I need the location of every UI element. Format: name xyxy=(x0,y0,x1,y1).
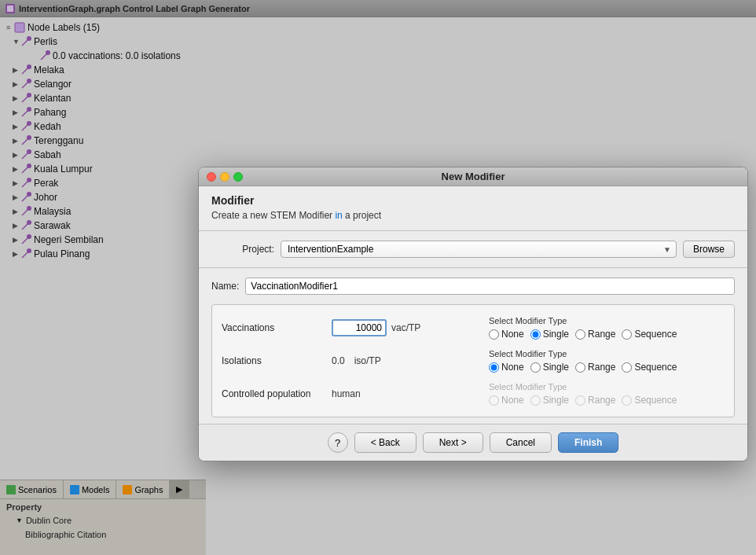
project-row: Project: InterventionExample ▼ Browse xyxy=(199,237,747,261)
isolations-modifier-type: Select Modifier Type None Single Range xyxy=(489,349,725,373)
chevron-down-icon: ▼ xyxy=(663,245,671,254)
cp-sequence-option: Sequence xyxy=(622,395,677,406)
vaccinations-row: Vaccinations vac/TP Select Modifier Type… xyxy=(212,311,734,344)
controlled-population-label: Controlled population xyxy=(222,388,332,399)
cp-none-radio xyxy=(489,395,499,406)
modal-footer: ? < Back Next > Cancel Finish xyxy=(199,424,747,461)
vacc-sequence-option[interactable]: Sequence xyxy=(622,329,677,340)
controlled-population-value-area: human xyxy=(332,388,473,399)
vacc-none-option[interactable]: None xyxy=(489,329,524,340)
modal-traffic-lights xyxy=(207,172,243,182)
vacc-range-radio[interactable] xyxy=(575,329,585,340)
close-button[interactable] xyxy=(207,172,216,182)
controlled-population-modifier-type: Select Modifier Type None Single Range xyxy=(489,382,725,406)
controlled-population-modifier-label: Select Modifier Type xyxy=(489,382,725,391)
isolations-unit: iso/TP xyxy=(354,355,381,366)
iso-none-radio[interactable] xyxy=(489,362,499,373)
vacc-single-option[interactable]: Single xyxy=(530,329,569,340)
name-label: Name: xyxy=(211,281,239,292)
cp-single-radio xyxy=(530,395,541,406)
project-label: Project: xyxy=(211,244,274,255)
isolations-modifier-label: Select Modifier Type xyxy=(489,349,725,358)
vacc-none-radio[interactable] xyxy=(489,329,499,340)
vaccinations-label: Vaccinations xyxy=(222,322,332,333)
cp-sequence-radio xyxy=(622,395,632,406)
modal-section-header: Modifier Create a new STEM Modifier in a… xyxy=(199,186,747,224)
modal-title: New Modifier xyxy=(442,171,505,182)
cp-single-option: Single xyxy=(530,395,569,406)
vaccinations-unit: vac/TP xyxy=(391,322,420,333)
vacc-single-radio[interactable] xyxy=(530,329,541,340)
minimize-button[interactable] xyxy=(220,172,229,182)
browse-button[interactable]: Browse xyxy=(683,241,735,258)
iso-range-option[interactable]: Range xyxy=(575,362,615,373)
params-box: Vaccinations vac/TP Select Modifier Type… xyxy=(211,304,735,417)
cp-range-option: Range xyxy=(575,395,615,406)
vaccinations-modifier-label: Select Modifier Type xyxy=(489,316,725,325)
iso-sequence-option[interactable]: Sequence xyxy=(622,362,677,373)
isolations-value-area: 0.0 iso/TP xyxy=(332,355,473,366)
project-value: InterventionExample xyxy=(288,244,373,255)
isolations-value: 0.0 xyxy=(332,355,345,366)
iso-range-radio[interactable] xyxy=(575,362,585,373)
iso-single-option[interactable]: Single xyxy=(530,362,569,373)
maximize-button[interactable] xyxy=(233,172,243,182)
project-select[interactable]: InterventionExample ▼ xyxy=(281,241,677,258)
name-input[interactable] xyxy=(245,278,735,295)
next-button[interactable]: Next > xyxy=(423,432,483,453)
vacc-sequence-radio[interactable] xyxy=(622,329,632,340)
isolations-row: Isolations 0.0 iso/TP Select Modifier Ty… xyxy=(212,344,734,377)
vaccinations-modifier-type: Select Modifier Type None Single Range xyxy=(489,316,725,340)
back-button[interactable]: < Back xyxy=(354,432,417,453)
separator xyxy=(199,230,747,231)
iso-sequence-radio[interactable] xyxy=(622,362,632,373)
controlled-population-radio-group: None Single Range Sequence xyxy=(489,395,725,406)
name-row: Name: xyxy=(199,274,747,298)
help-button[interactable]: ? xyxy=(328,432,348,453)
cp-range-radio xyxy=(575,395,585,406)
vacc-range-option[interactable]: Range xyxy=(575,329,615,340)
modal-dialog: New Modifier Modifier Create a new STEM … xyxy=(198,167,748,461)
cp-none-option: None xyxy=(489,395,524,406)
iso-single-radio[interactable] xyxy=(530,362,541,373)
modifier-section-title: Modifier xyxy=(211,194,735,207)
vaccinations-value-area: vac/TP xyxy=(332,319,473,336)
controlled-population-value: human xyxy=(332,388,361,399)
modal-titlebar: New Modifier xyxy=(199,167,747,186)
modifier-subtitle: Create a new STEM Modifier in a project xyxy=(211,210,735,221)
isolations-label: Isolations xyxy=(222,355,332,366)
vaccinations-radio-group: None Single Range Sequence xyxy=(489,329,725,340)
isolations-radio-group: None Single Range Sequence xyxy=(489,362,725,373)
modal-body: Modifier Create a new STEM Modifier in a… xyxy=(199,186,747,417)
iso-none-option[interactable]: None xyxy=(489,362,524,373)
subtitle-emphasis: in xyxy=(335,210,342,221)
vaccinations-input[interactable] xyxy=(332,319,387,336)
controlled-population-row: Controlled population human Select Modif… xyxy=(212,377,734,410)
finish-button[interactable]: Finish xyxy=(558,432,618,453)
separator2 xyxy=(199,267,747,268)
cancel-button[interactable]: Cancel xyxy=(490,432,552,453)
